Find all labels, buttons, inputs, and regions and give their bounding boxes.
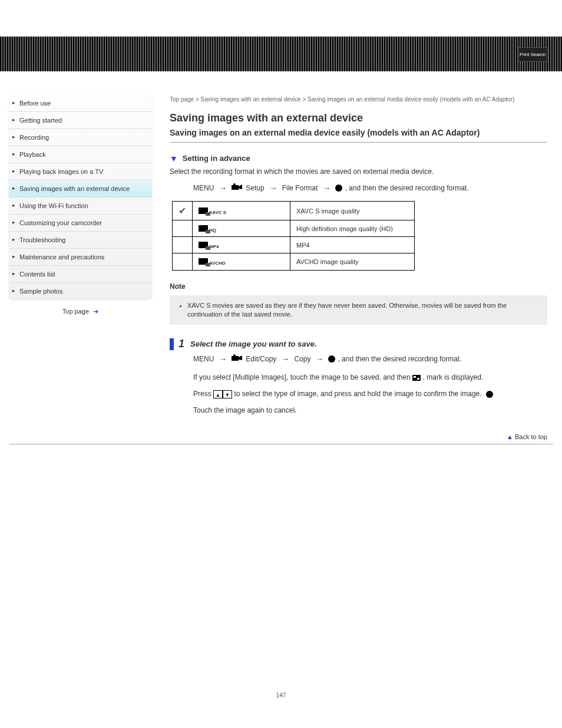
sidebar-item-troubleshooting[interactable]: Troubleshooting	[9, 232, 152, 249]
sidebar-item-label: Contents list	[19, 271, 55, 278]
menu-label: Setup	[246, 184, 264, 192]
check-cell	[173, 220, 193, 237]
sidebar-item-saving-external[interactable]: Saving images with an external device	[9, 180, 152, 197]
section-setting-in-advance: ▼ Setting in advance	[170, 153, 547, 163]
top-page-label: Top page	[62, 308, 89, 315]
arrow-icon: →	[281, 354, 289, 364]
camcorder-icon	[232, 354, 243, 364]
sidebar-item-label: Using the Wi-Fi function	[19, 202, 88, 209]
arrow-icon: →	[322, 183, 330, 193]
sidebar-item-playing-tv[interactable]: Playing back images on a TV	[9, 163, 152, 180]
step-para: Press ▲▼ to select the type of image, an…	[193, 388, 547, 399]
step-number: 1	[178, 338, 184, 350]
top-page-link[interactable]: Top page ➔	[9, 308, 152, 315]
svg-marker-1	[239, 185, 242, 189]
page-subtitle: Saving images on an external media devic…	[170, 128, 547, 137]
arrow-icon: →	[219, 183, 227, 193]
format-desc: AVCHD image quality	[290, 253, 415, 270]
format-sub: AVCHD	[209, 261, 226, 266]
step-para-text: . mark is displayed.	[423, 373, 484, 381]
menu-label: File Format	[282, 184, 318, 192]
format-sub: XAVC S	[209, 210, 226, 215]
sidebar-item-label: Sample photos	[19, 288, 62, 295]
sidebar-item-wifi[interactable]: Using the Wi-Fi function	[9, 197, 152, 215]
print-search-badge[interactable]: Print Search	[518, 47, 547, 62]
svg-point-5	[233, 354, 236, 357]
mosaic-icon	[412, 375, 421, 381]
triangle-up-icon: ▲	[507, 433, 513, 440]
sidebar-list: Before use Getting started Recording Pla…	[9, 95, 152, 299]
menu-path-file-format: MENU → Setup → File Format → , and then …	[193, 183, 547, 193]
sidebar-item-contents-list[interactable]: Contents list	[9, 266, 152, 283]
page-number: 147	[0, 692, 562, 716]
sidebar-item-maintenance[interactable]: Maintenance and precautions	[9, 249, 152, 266]
format-desc: High definition image quality (HD)	[290, 220, 415, 237]
step-para-text: Press	[193, 390, 211, 398]
sidebar-item-label: Saving images with an external device	[19, 185, 130, 192]
step-para-text: If you select [Multiple Images], touch t…	[193, 373, 411, 381]
check-cell: ✔	[173, 202, 193, 220]
up-button-icon: ▲	[213, 390, 223, 398]
svg-rect-3	[232, 356, 239, 361]
step-para: Touch the image again to cancel.	[193, 405, 547, 416]
note-text: XAVC S movies are saved as they are if t…	[187, 301, 537, 319]
back-to-top-link[interactable]: ▲ Back to top	[170, 433, 547, 440]
table-row: AVCHD AVCHD image quality	[173, 253, 415, 270]
section-para: Select the recording format in which the…	[170, 166, 547, 177]
format-cell: AVCHD	[193, 253, 290, 270]
menu-label: Edit/Copy	[246, 355, 276, 363]
sidebar-item-label: Maintenance and precautions	[19, 253, 104, 261]
sidebar: Before use Getting started Recording Pla…	[9, 95, 152, 440]
step-1: 1 Select the image you want to save.	[170, 338, 547, 350]
main-content: Top page > Saving images with an externa…	[170, 95, 553, 440]
camcorder-icon	[232, 183, 243, 193]
sidebar-item-label: Customizing your camcorder	[19, 219, 102, 226]
sidebar-item-recording[interactable]: Recording	[9, 129, 152, 146]
arrow-icon: →	[219, 354, 227, 364]
arrow-icon: →	[269, 183, 277, 193]
format-desc: XAVC S image quality	[290, 202, 415, 220]
triangle-down-icon: ▼	[170, 154, 178, 163]
sidebar-item-label: Troubleshooting	[19, 236, 65, 243]
filmstrip-icon	[199, 207, 208, 214]
menu-label: , and then the desired recording format.	[338, 355, 461, 363]
page-title: Saving images with an external device	[170, 112, 547, 124]
menu-path-copy: MENU → Edit/Copy → Copy → , and then the…	[193, 354, 547, 364]
format-cell: MP4	[193, 237, 290, 253]
filmstrip-icon	[199, 242, 208, 248]
table-row: HQ High definition image quality (HD)	[173, 220, 415, 237]
check-cell	[173, 237, 193, 253]
svg-rect-0	[232, 185, 239, 190]
table-row: MP4 MP4	[173, 237, 415, 253]
down-button-icon: ▼	[223, 390, 232, 398]
sidebar-item-getting-started[interactable]: Getting started	[9, 112, 152, 129]
footer-divider	[9, 444, 553, 444]
sidebar-item-before-use[interactable]: Before use	[9, 95, 152, 112]
divider	[170, 142, 547, 143]
breadcrumb: Top page > Saving images with an externa…	[170, 95, 547, 104]
menu-label: , and then the desired recording format.	[345, 184, 468, 192]
sidebar-item-label: Recording	[19, 134, 49, 141]
check-cell	[173, 253, 193, 270]
record-dot-icon	[328, 355, 335, 363]
sidebar-item-customizing[interactable]: Customizing your camcorder	[9, 215, 152, 232]
record-dot-icon	[486, 391, 493, 398]
format-options-table: ✔ XAVC S XAVC S image quality HQ High de…	[172, 201, 415, 271]
sidebar-item-label: Playback	[19, 151, 46, 158]
menu-label: Copy	[294, 355, 310, 363]
note-title: Note	[170, 282, 547, 291]
note-box: XAVC S movies are saved as they are if t…	[170, 295, 547, 325]
svg-point-2	[233, 183, 236, 186]
table-row: ✔ XAVC S XAVC S image quality	[173, 202, 415, 220]
sidebar-item-label: Getting started	[19, 117, 62, 124]
arrow-right-icon: ➔	[93, 308, 98, 315]
sidebar-item-sample-photos[interactable]: Sample photos	[9, 283, 152, 299]
sidebar-item-label: Before use	[19, 100, 51, 107]
sidebar-item-playback[interactable]: Playback	[9, 146, 152, 163]
filmstrip-icon	[199, 225, 208, 232]
section-title-text: Setting in advance	[183, 154, 250, 163]
step-para-text: to select the type of image, and press a…	[234, 390, 481, 398]
step-text: Select the image you want to save.	[190, 340, 317, 348]
menu-label: MENU	[193, 184, 214, 192]
format-cell: HQ	[193, 220, 290, 237]
